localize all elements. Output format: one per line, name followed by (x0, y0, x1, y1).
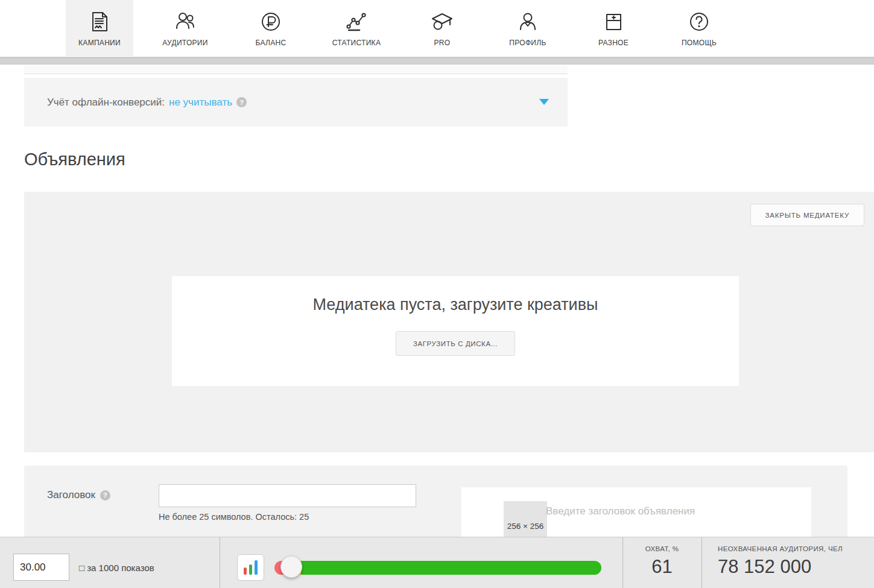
headline-helper-text: Не более 25 символов. Осталось: 25 (159, 512, 309, 522)
media-library-empty-text: Медиатека пуста, загрузите креативы (172, 296, 739, 314)
horizontal-scrollbar[interactable] (0, 57, 874, 65)
expand-chevron-down-icon[interactable] (539, 99, 549, 105)
help-circle-icon[interactable]: ? (236, 97, 247, 107)
nav-item-campaigns[interactable]: КАМПАНИИ (66, 0, 133, 56)
divider (220, 537, 220, 588)
divider (701, 537, 702, 588)
unreached-audience-metric: НЕОХВАЧЕННАЯ АУДИТОРИЯ, ЧЕЛ 78 152 000 (718, 545, 843, 578)
nav-label: СТАТИСТИКА (332, 39, 381, 47)
nav-label: РАЗНОЕ (598, 39, 629, 47)
slider-green-zone (301, 561, 601, 575)
preview-headline-placeholder: Введите заголовок объявления (546, 505, 695, 517)
offline-conversions-label: Учёт офлайн-конверсий: (47, 96, 165, 109)
media-library-panel: ЗАКРЫТЬ МЕДИАТЕКУ Медиатека пуста, загру… (24, 192, 874, 452)
help-icon (687, 7, 711, 36)
nav-label: БАЛАНС (256, 39, 287, 47)
offline-conversions-panel: Учёт офлайн-конверсий: не учитывать ? (24, 78, 568, 127)
pro-icon (430, 7, 454, 36)
image-size-label: 256 × 256 (495, 522, 556, 531)
unreached-audience-label: НЕОХВАЧЕННАЯ АУДИТОРИЯ, ЧЕЛ (718, 545, 843, 552)
nav-label: АУДИТОРИИ (162, 39, 207, 47)
statistics-icon (344, 7, 369, 36)
bid-slider-track[interactable] (274, 561, 601, 575)
media-library-empty-box: Медиатека пуста, загрузите креативы ЗАГР… (172, 276, 739, 386)
ads-section-title: Объявления (24, 150, 125, 169)
nav-label: ПРОФИЛЬ (509, 39, 546, 47)
nav-label: КАМПАНИИ (78, 39, 121, 47)
reach-value: 61 (622, 556, 701, 578)
top-navigation: КАМПАНИИ АУДИТОРИИ БАЛАНС (0, 0, 874, 57)
help-circle-icon[interactable]: ? (100, 490, 110, 501)
nav-item-help[interactable]: ПОМОЩЬ (665, 0, 733, 56)
nav-item-statistics[interactable]: СТАТИСТИКА (323, 0, 390, 56)
nav-item-profile[interactable]: ПРОФИЛЬ (494, 0, 562, 56)
nav-item-misc[interactable]: РАЗНОЕ (580, 0, 647, 56)
reach-label: ОХВАТ, % (622, 545, 701, 552)
offline-conversions-value-link[interactable]: не учитывать (169, 96, 232, 109)
bid-slider-handle[interactable] (280, 556, 302, 578)
balance-icon (259, 7, 283, 36)
unreached-audience-value: 78 152 000 (718, 556, 843, 578)
nav-item-balance[interactable]: БАЛАНС (237, 0, 305, 56)
headline-input[interactable] (159, 484, 416, 507)
nav-label: ПОМОЩЬ (682, 39, 717, 47)
nav-label: PRO (434, 39, 451, 47)
bid-price-unit: □ за 1000 показов (79, 563, 154, 573)
nav-item-audiences[interactable]: АУДИТОРИИ (151, 0, 219, 56)
audiences-icon (173, 7, 197, 36)
bid-chart-button[interactable] (237, 554, 264, 581)
bid-price-input[interactable] (13, 554, 69, 581)
bar-chart-icon (244, 567, 247, 575)
close-media-library-button[interactable]: ЗАКРЫТЬ МЕДИАТЕКУ (750, 204, 864, 226)
upload-from-disk-button[interactable]: ЗАГРУЗИТЬ С ДИСКА... (396, 331, 515, 356)
profile-icon (516, 7, 540, 36)
reach-metric: ОХВАТ, % 61 (622, 545, 701, 578)
previous-section-edge (24, 65, 568, 74)
campaigns-icon (87, 7, 112, 36)
headline-label: Заголовок (47, 489, 95, 501)
nav-item-pro[interactable]: PRO (408, 0, 476, 56)
bid-bottom-bar: □ за 1000 показов ОХВАТ, % 61 НЕОХВАЧЕНН… (0, 537, 874, 588)
misc-icon (601, 7, 625, 36)
